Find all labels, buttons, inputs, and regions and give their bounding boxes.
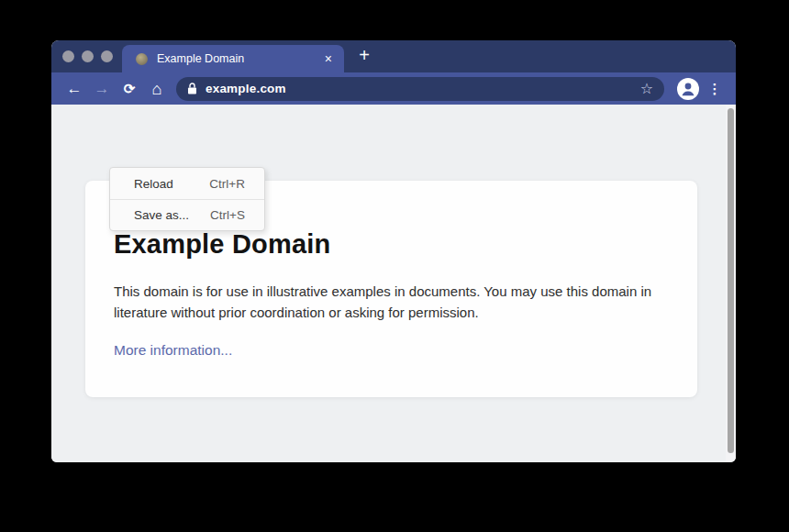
window-maximize-button[interactable] xyxy=(101,50,113,62)
back-icon[interactable]: ← xyxy=(61,75,88,103)
menu-item-save-as[interactable]: Save as... Ctrl+S xyxy=(110,199,264,230)
person-icon xyxy=(677,78,699,100)
home-icon[interactable]: ⌂ xyxy=(143,75,171,103)
new-tab-button[interactable]: + xyxy=(351,40,377,71)
menu-item-shortcut: Ctrl+S xyxy=(210,208,245,222)
window-close-button[interactable] xyxy=(62,50,74,62)
profile-avatar[interactable] xyxy=(677,78,699,100)
scrollbar-track[interactable] xyxy=(726,105,736,461)
browser-toolbar: ← → ⟳ ⌂ example.com ☆ ⋮ xyxy=(51,72,736,105)
globe-favicon-icon xyxy=(136,53,148,65)
tab-strip: Example Domain × + xyxy=(51,40,736,72)
bookmark-star-icon[interactable]: ☆ xyxy=(640,82,653,96)
menu-item-reload[interactable]: Reload Ctrl+R xyxy=(110,168,264,199)
menu-item-shortcut: Ctrl+R xyxy=(209,177,245,191)
tab-title: Example Domain xyxy=(157,52,244,65)
menu-item-label: Reload xyxy=(134,177,173,191)
browser-window: Example Domain × + ← → ⟳ ⌂ example.com ☆ xyxy=(51,40,736,462)
address-bar[interactable]: example.com ☆ xyxy=(176,77,664,101)
lock-icon xyxy=(187,83,197,94)
window-controls xyxy=(62,50,113,62)
page-viewport: Example Domain This domain is for use in… xyxy=(51,105,736,462)
more-information-link[interactable]: More information... xyxy=(114,342,232,359)
forward-icon[interactable]: → xyxy=(88,75,116,103)
url-text: example.com xyxy=(206,82,286,95)
window-minimize-button[interactable] xyxy=(82,50,94,62)
context-menu: Reload Ctrl+R Save as... Ctrl+S xyxy=(109,167,265,231)
reload-icon[interactable]: ⟳ xyxy=(116,75,143,103)
scrollbar-thumb[interactable] xyxy=(728,108,734,453)
overflow-menu-icon[interactable]: ⋮ xyxy=(703,75,727,103)
page-title: Example Domain xyxy=(114,229,661,260)
menu-item-label: Save as... xyxy=(134,208,189,222)
tab-close-icon[interactable]: × xyxy=(325,52,332,65)
tab-example-domain[interactable]: Example Domain × xyxy=(122,45,344,72)
page-paragraph: This domain is for use in illustrative e… xyxy=(114,282,657,323)
